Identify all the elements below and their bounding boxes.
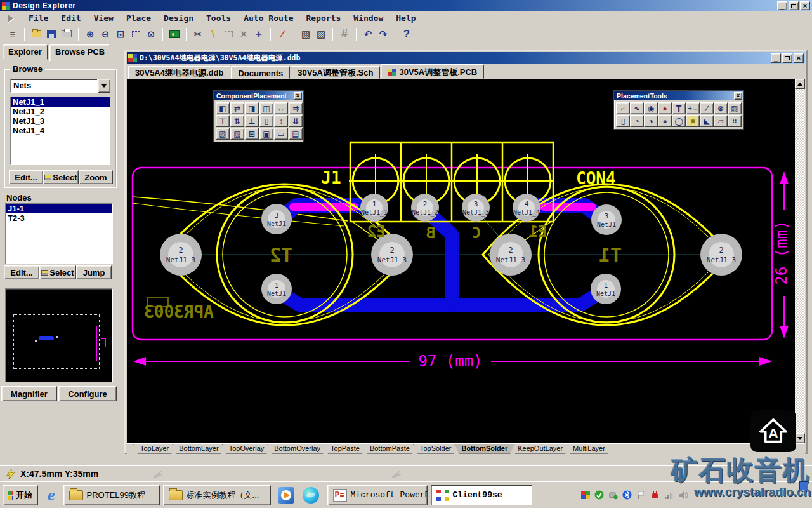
menu-place[interactable]: Place (120, 12, 157, 24)
place-pad-icon[interactable]: ● (658, 102, 672, 114)
align-right-icon[interactable]: ◨ (245, 102, 259, 114)
menu-view[interactable]: View (88, 12, 120, 24)
zoom-window-icon[interactable]: ⊡ (113, 27, 128, 42)
restore-button[interactable] (789, 1, 799, 10)
magnifier-preview[interactable] (5, 288, 113, 382)
polygon-a-icon[interactable]: ▧ (298, 27, 313, 42)
tab-documents[interactable]: Documents (231, 66, 290, 79)
tray-volume-icon[interactable] (679, 491, 689, 500)
zoom-point-icon[interactable]: ⊙ (143, 27, 159, 42)
menu-window[interactable]: Window (347, 12, 390, 24)
tab-pcb[interactable]: 30V5A调整管板.PCB (381, 64, 484, 79)
align-center-v-icon[interactable]: ⇅ (230, 115, 244, 127)
layer-tab-bottompaste[interactable]: BottomPaste (363, 444, 417, 454)
layer-tab-topsolder[interactable]: TopSolder (413, 444, 459, 454)
configure-button[interactable]: Configure (58, 386, 117, 401)
menu-auto-route[interactable]: Auto Route (237, 12, 299, 24)
place-component-tool-icon[interactable]: ▯ (616, 115, 630, 127)
net-zoom-button[interactable]: Zoom (79, 170, 113, 184)
tray-bluetooth-icon[interactable] (622, 490, 632, 500)
node-select-button[interactable]: Select (39, 265, 76, 279)
nets-list[interactable]: NetJ1_1 NetJ1_2 NetJ1_3 NetJ1_4 (10, 97, 110, 165)
place-component-icon[interactable]: ▭ (274, 128, 288, 140)
place-polygon-plane-icon[interactable]: ◣ (700, 115, 714, 127)
move-icon[interactable]: + (251, 27, 266, 42)
grid-icon[interactable]: # (337, 27, 352, 42)
place-via-icon[interactable]: ◉ (644, 102, 658, 114)
place-dimension-icon[interactable]: ∕ (700, 102, 714, 114)
magnifier-button[interactable]: Magnifier (1, 386, 57, 401)
pad-t1-3[interactable]: 3 NetJ1 (591, 204, 622, 235)
palette-close-icon[interactable]: × (734, 92, 742, 100)
space-decrease-h-icon[interactable]: ⇉ (289, 102, 303, 114)
align-top-icon[interactable]: ⊤ (216, 115, 230, 127)
list-item[interactable]: J1-1 (6, 204, 112, 213)
place-full-circle-icon[interactable]: ◯ (672, 115, 686, 127)
tray-flag-icon[interactable] (636, 490, 646, 500)
bend-route-icon[interactable]: ∖ (206, 27, 221, 42)
place-coordinate-icon[interactable]: +₁₀ (686, 102, 700, 114)
component-placement-titlebar[interactable]: ComponentPlacement × (214, 91, 303, 100)
place-arc-angle-icon[interactable]: ◕ (658, 115, 672, 127)
task-tutorial-folder[interactable]: 标准实例教程（文... (163, 485, 271, 505)
task-client99se[interactable]: Client99se (431, 485, 532, 505)
tray-protel-icon[interactable] (581, 491, 590, 499)
place-room-icon[interactable]: ⊗ (714, 102, 728, 114)
doc-maximize-button[interactable] (782, 53, 792, 63)
list-item[interactable]: NetJ1_2 (11, 107, 110, 116)
pad-t2-ear-left[interactable]: 2 NetJ1_3 (160, 234, 202, 276)
scroll-up-icon[interactable] (795, 79, 805, 89)
tab-browse-pcb[interactable]: Browse PCB (49, 44, 110, 62)
align-left-icon[interactable]: ◧ (216, 102, 230, 114)
layer-tab-bottomsolder[interactable]: BottomSolder (454, 444, 514, 454)
place-fill-hatch-icon[interactable]: ▨ (728, 102, 742, 114)
knife-icon[interactable]: ✂ (190, 27, 206, 42)
placement-tools-titlebar[interactable]: PlacementTools × (614, 91, 743, 100)
pad-t1-ear-left[interactable]: 2 NetJ1_3 (490, 234, 532, 276)
cross-probe-icon[interactable]: ✕ (236, 27, 251, 42)
node-jump-button[interactable]: Jump (76, 265, 112, 279)
layer-tab-toppaste[interactable]: TopPaste (324, 444, 367, 454)
menu-tools[interactable]: Tools (200, 12, 237, 24)
pad-j1-2[interactable]: 2 NetJ1_2 (411, 194, 439, 222)
place-arc-center-icon[interactable]: ◑ (644, 115, 658, 127)
node-edit-button[interactable]: Edit... (4, 265, 39, 279)
place-curve-icon[interactable]: ∿ (630, 102, 644, 114)
task-protel99-folder[interactable]: PROTEL99教程 (63, 485, 160, 505)
place-text-icon[interactable]: T (672, 102, 686, 114)
placement-tools-palette[interactable]: PlacementTools × ⌐ ∿ ◉ ● T +₁₀ ∕ ⊗ ▨ ▯ ◔… (613, 90, 744, 130)
align-center-h-icon[interactable]: ⇄ (230, 102, 244, 114)
list-item[interactable]: NetJ1_1 (11, 97, 110, 107)
space-decrease-v-icon[interactable]: ⇊ (289, 115, 303, 127)
menu-edit[interactable]: Edit (55, 12, 87, 24)
place-arc-edge-icon[interactable]: ◔ (630, 115, 644, 127)
layer-tab-toplayer[interactable]: TopLayer (133, 444, 176, 454)
layer-tab-bottomlayer[interactable]: BottomLayer (172, 444, 225, 454)
open-folder-icon[interactable] (29, 27, 44, 42)
media-player-icon[interactable] (278, 487, 294, 504)
place-track-icon[interactable]: ⌐ (616, 102, 630, 114)
zoom-in-icon[interactable]: ⊕ (82, 27, 98, 42)
browse-mode-dropdown-icon[interactable] (98, 79, 110, 93)
layer-tab-keepoutlayer[interactable]: KeepOutLayer (511, 444, 570, 454)
place-fill-icon[interactable]: ■ (686, 115, 700, 127)
print-icon[interactable] (59, 27, 74, 42)
tray-antivirus-icon[interactable] (594, 490, 604, 500)
list-item[interactable]: NetJ1_3 (11, 116, 110, 126)
menu-reports[interactable]: Reports (299, 12, 347, 24)
move-to-grid-icon[interactable]: ⊞ (245, 128, 259, 140)
zoom-rect-icon[interactable] (128, 27, 143, 42)
redo-icon[interactable]: ↷ (376, 27, 391, 42)
tab-ddb[interactable]: 30V5A4继电器电源.ddb (128, 66, 230, 79)
vertical-scrollbar[interactable] (795, 79, 805, 443)
pad-j1-3[interactable]: 3 NetJ1_3 (462, 194, 490, 222)
polygon-b-icon[interactable]: ▨ (313, 27, 329, 42)
tray-power-plug-icon[interactable] (650, 490, 660, 500)
net-select-button[interactable]: Select (43, 170, 79, 184)
arrange-within-room-icon[interactable]: ▧ (216, 128, 230, 140)
list-item[interactable]: T2-3 (6, 213, 112, 223)
space-equal-v-icon[interactable]: ▯ (259, 115, 273, 127)
palette-close-icon[interactable]: × (294, 92, 302, 100)
menu-design[interactable]: Design (157, 12, 200, 24)
align-bottom-icon[interactable]: ⊥ (245, 115, 259, 127)
